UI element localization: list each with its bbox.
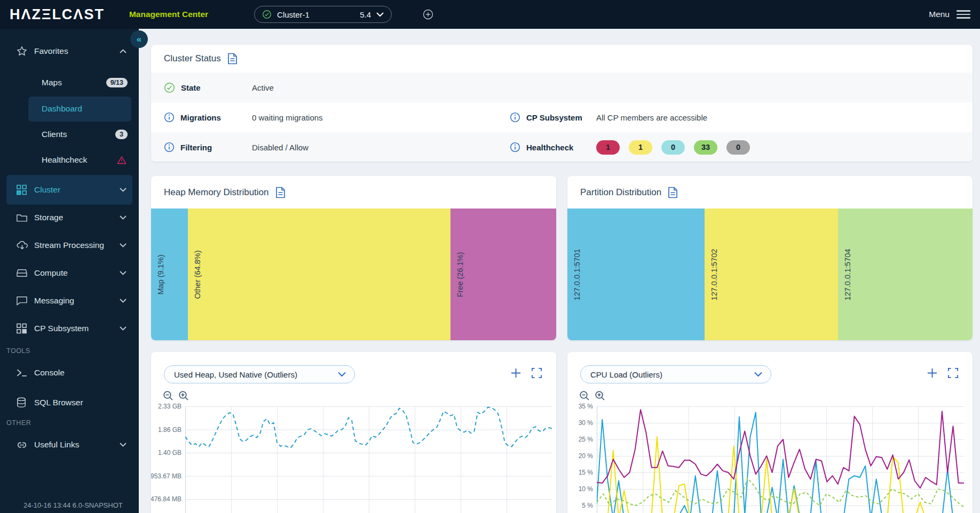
chevron-down-icon [120, 299, 127, 303]
segment-label: 127.0.0.1:5701 [573, 249, 581, 300]
metric-selector-value: Used Heap, Used Native (Outliers) [174, 370, 297, 379]
chevron-down-icon [120, 243, 127, 247]
bar-segment: Map (9.1%) [151, 209, 188, 340]
sidebar-item-cluster[interactable]: Cluster [0, 177, 139, 203]
y-tick-label: 2.33 GB [158, 403, 181, 410]
state-value: Active [252, 83, 510, 92]
hazelcast-logo: HΛZΞLCΛST [10, 6, 105, 23]
chevron-down-icon [120, 271, 127, 275]
y-tick-label: 5 % [582, 502, 593, 509]
healthcheck-badge: 0 [726, 140, 750, 155]
sidebar-item-label: SQL Browser [34, 398, 83, 407]
sidebar-item-stream-processing[interactable]: Stream Processing [0, 233, 139, 258]
sidebar-item-favorites[interactable]: Favorites [0, 38, 139, 64]
document-icon[interactable] [668, 187, 678, 198]
metric-selector-dropdown[interactable]: CPU Load (Outliers) [580, 365, 771, 383]
fullscreen-icon[interactable] [947, 367, 959, 379]
hamburger-icon [957, 10, 970, 19]
add-cluster-button[interactable] [423, 9, 433, 20]
sidebar-item-sql-browser[interactable]: SQL Browser [0, 390, 139, 415]
cluster-grid-icon [16, 185, 27, 196]
y-tick-label: 35 % [579, 403, 593, 410]
info-icon [164, 112, 175, 123]
migrations-label: Migrations [180, 113, 221, 122]
y-tick-label: 30 % [579, 419, 593, 427]
add-chart-icon[interactable] [927, 367, 938, 379]
document-icon[interactable] [227, 53, 238, 65]
zoom-out-icon[interactable] [579, 390, 590, 401]
bar-segment: Other (64.8%) [188, 209, 451, 340]
y-axis-labels: 2.33 GB1.86 GB1.40 GB953.67 MB476.84 MB [151, 406, 185, 513]
sidebar-item-compute[interactable]: Compute [0, 260, 139, 286]
cpu-load-chart[interactable]: 35 %30 %25 %20 %15 %10 %5 % [567, 406, 973, 513]
bar-segment: 127.0.0.1:5704 [838, 209, 973, 340]
zoom-in-icon[interactable] [178, 390, 189, 401]
segment-label: Free (26.1%) [456, 252, 464, 297]
compute-box-icon [16, 268, 28, 278]
status-row-filtering-healthcheck: Filtering Disabled / Allow Healthcheck 1… [151, 132, 973, 162]
chat-bubble-icon [16, 296, 28, 306]
sidebar-item-console[interactable]: Console [0, 360, 139, 386]
sidebar-item-label: Compute [34, 268, 68, 278]
state-label: State [181, 83, 201, 92]
clients-count-badge: 3 [115, 130, 128, 139]
heap-memory-distribution-card: Heap Memory Distribution Map (9.1%)Other… [151, 176, 556, 340]
menu-label: Menu [929, 10, 950, 19]
cpu-load-chart-card: CPU Load (Outliers) [567, 352, 973, 513]
sidebar-item-messaging[interactable]: Messaging [0, 288, 139, 314]
chevron-down-icon [376, 12, 384, 17]
sidebar-item-label: Clients [42, 130, 67, 139]
sidebar-item-useful-links[interactable]: Useful Links [0, 432, 139, 458]
sidebar-item-cp-subsystem[interactable]: CP Subsystem [0, 316, 139, 341]
sidebar-item-storage[interactable]: Storage [0, 205, 139, 230]
healthcheck-badges: 110330 [596, 140, 973, 155]
used-heap-plot[interactable] [185, 406, 552, 513]
cluster-name: Cluster-1 [277, 10, 354, 19]
zoom-out-icon[interactable] [163, 390, 173, 401]
sidebar-item-healthcheck[interactable]: Healthcheck [0, 147, 139, 173]
partition-distribution-card: Partition Distribution 127.0.0.1:5701127… [567, 176, 973, 340]
sidebar-item-label: Maps [42, 78, 62, 87]
sidebar-item-maps[interactable]: Maps 9/13 [0, 70, 139, 95]
sidebar-item-dashboard[interactable]: Dashboard [0, 96, 139, 122]
info-icon [164, 142, 175, 153]
partition-distribution-bar[interactable]: 127.0.0.1:5701127.0.0.1:5702127.0.0.1:57… [567, 209, 973, 340]
cp-subsystem-value: All CP members are accessible [596, 113, 973, 122]
sidebar-item-label: CP Subsystem [34, 324, 89, 333]
menu-button[interactable]: Menu [929, 10, 970, 19]
fullscreen-icon[interactable] [531, 367, 542, 379]
y-tick-label: 953.67 MB [151, 472, 181, 480]
zoom-in-icon[interactable] [595, 390, 605, 401]
y-tick-label: 25 % [579, 436, 593, 443]
chevron-down-icon [120, 188, 127, 192]
add-chart-icon[interactable] [510, 367, 521, 379]
status-row-state: State Active [151, 73, 973, 102]
y-tick-label: 476.84 MB [151, 495, 181, 503]
card-title: Partition Distribution [580, 187, 661, 198]
sidebar-item-label: Stream Processing [34, 241, 104, 250]
document-icon[interactable] [275, 187, 286, 198]
metric-selector-dropdown[interactable]: Used Heap, Used Native (Outliers) [164, 365, 355, 383]
sidebar-item-clients[interactable]: Clients 3 [0, 122, 139, 147]
card-title: Cluster Status [164, 53, 221, 64]
folder-icon [16, 213, 28, 223]
status-row-migrations-cp: Migrations 0 waiting migrations CP Subsy… [151, 102, 973, 132]
sidebar-collapse-button[interactable]: « [130, 30, 148, 48]
cluster-selector[interactable]: Cluster-1 5.4 [254, 6, 392, 23]
cpu-load-plot[interactable] [597, 406, 964, 513]
section-label-other: OTHER [6, 419, 31, 427]
star-icon [16, 45, 28, 57]
segment-label: 127.0.0.1:5702 [710, 249, 718, 300]
used-heap-chart[interactable]: 2.33 GB1.86 GB1.40 GB953.67 MB476.84 MB [151, 406, 556, 513]
bar-segment: 127.0.0.1:5701 [567, 209, 705, 340]
info-icon [510, 112, 520, 123]
sidebar-item-label: Storage [34, 213, 63, 222]
main-content: Cluster Status State Active Migrations [139, 29, 980, 513]
cluster-version: 5.4 [360, 10, 371, 19]
link-icon [16, 441, 28, 449]
card-title: Heap Memory Distribution [164, 187, 269, 198]
heap-distribution-bar[interactable]: Map (9.1%)Other (64.8%)Free (26.1%) [151, 209, 556, 340]
sidebar-item-label: Dashboard [42, 104, 82, 114]
cp-grid-icon [16, 323, 27, 334]
bar-segment: 127.0.0.1:5702 [705, 209, 838, 340]
